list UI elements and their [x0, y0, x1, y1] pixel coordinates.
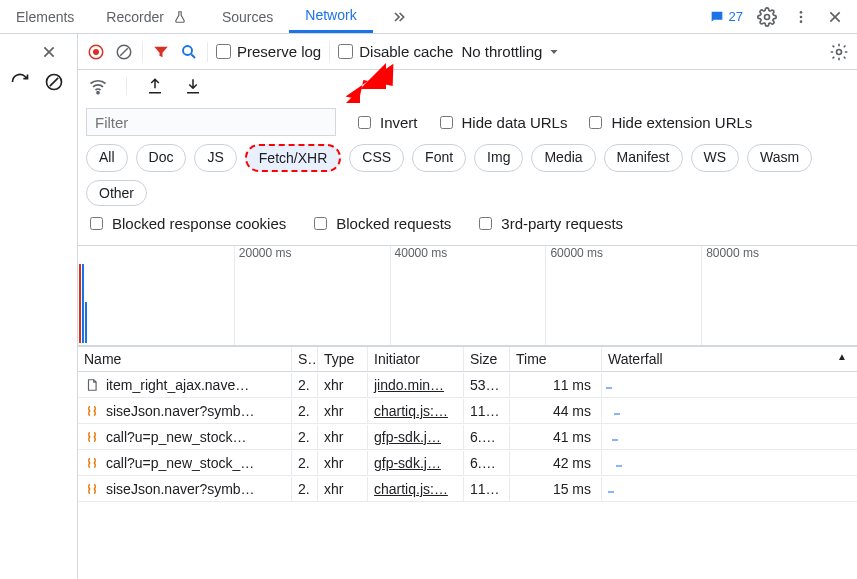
filter-icon[interactable] — [151, 42, 171, 62]
col-name[interactable]: Name — [78, 347, 292, 371]
request-waterfall — [602, 433, 857, 441]
col-initiator[interactable]: Initiator — [368, 347, 464, 371]
chevron-down-icon — [548, 46, 560, 58]
table-row[interactable]: call?u=p_new_stock_…2.xhrgfp-sdk.j…6.8…4… — [78, 450, 857, 476]
chip-media[interactable]: Media — [531, 144, 595, 172]
table-row[interactable]: call?u=p_new_stock…2.xhrgfp-sdk.j…6.5…41… — [78, 424, 857, 450]
clear-icon[interactable] — [44, 72, 64, 92]
kebab-menu-icon[interactable] — [791, 7, 811, 27]
tab-network[interactable]: Network — [289, 0, 372, 33]
filter-input[interactable] — [86, 108, 336, 136]
invert-checkbox[interactable]: Invert — [354, 113, 418, 132]
disable-cache-input[interactable] — [338, 44, 353, 59]
col-type-label: Type — [324, 351, 354, 367]
blocked-cookies-input[interactable] — [90, 217, 103, 230]
hide-data-urls-checkbox[interactable]: Hide data URLs — [436, 113, 568, 132]
request-initiator[interactable]: chartiq.js:… — [368, 477, 464, 501]
request-size: 6.5… — [464, 425, 510, 449]
col-type[interactable]: Type — [318, 347, 368, 371]
close-icon[interactable] — [825, 7, 845, 27]
requests-table: Name S. Type Initiator Size Time Waterfa… — [78, 346, 857, 579]
blocked-req-checkbox[interactable]: Blocked requests — [310, 214, 451, 233]
svg-point-8 — [183, 46, 192, 55]
request-initiator[interactable]: chartiq.js:… — [368, 399, 464, 423]
request-initiator[interactable]: jindo.min… — [368, 373, 464, 397]
hide-data-urls-label: Hide data URLs — [462, 114, 568, 131]
request-waterfall — [602, 485, 857, 493]
request-time: 11 ms — [510, 373, 602, 397]
request-name: call?u=p_new_stock… — [106, 429, 246, 445]
chip-all[interactable]: All — [86, 144, 128, 172]
upload-icon[interactable] — [145, 76, 165, 96]
col-waterfall-label: Waterfall — [608, 351, 663, 367]
chip-fetchxhr[interactable]: Fetch/XHR — [245, 144, 341, 172]
wifi-icon[interactable] — [88, 76, 108, 96]
search-icon[interactable] — [179, 42, 199, 62]
tab-label: Elements — [16, 9, 74, 25]
overview-data — [78, 262, 88, 345]
request-initiator[interactable]: gfp-sdk.j… — [368, 425, 464, 449]
col-time[interactable]: Time — [510, 347, 602, 371]
chip-font[interactable]: Font — [412, 144, 466, 172]
gear-icon[interactable] — [757, 7, 777, 27]
col-waterfall[interactable]: Waterfall▲ — [602, 347, 857, 371]
issues-badge[interactable]: 27 — [709, 9, 743, 25]
hide-ext-urls-label: Hide extension URLs — [611, 114, 752, 131]
refresh-icon[interactable] — [10, 72, 30, 92]
chip-img[interactable]: Img — [474, 144, 523, 172]
blocked-cookies-checkbox[interactable]: Blocked response cookies — [86, 214, 286, 233]
chip-other[interactable]: Other — [86, 180, 147, 206]
close-drawer-icon[interactable] — [39, 42, 59, 62]
hide-ext-urls-checkbox[interactable]: Hide extension URLs — [585, 113, 752, 132]
chip-doc[interactable]: Doc — [136, 144, 187, 172]
preserve-log-checkbox[interactable]: Preserve log — [216, 43, 321, 60]
disable-cache-checkbox[interactable]: Disable cache — [338, 43, 453, 60]
request-status: 2. — [292, 399, 318, 423]
tab-more[interactable] — [373, 0, 425, 33]
table-row[interactable]: siseJson.naver?symb…2.xhrchartiq.js:…11.… — [78, 398, 857, 424]
request-initiator[interactable]: gfp-sdk.j… — [368, 451, 464, 475]
overview-grid: 20000 ms40000 ms60000 ms80000 ms — [78, 246, 857, 345]
request-size: 11.… — [464, 399, 510, 423]
chip-ws[interactable]: WS — [691, 144, 740, 172]
col-size[interactable]: Size — [464, 347, 510, 371]
table-row[interactable]: item_right_ajax.nave…2.xhrjindo.min…53…1… — [78, 372, 857, 398]
svg-point-3 — [800, 20, 803, 23]
third-party-checkbox[interactable]: 3rd-party requests — [475, 214, 623, 233]
sort-asc-icon: ▲ — [837, 351, 851, 367]
request-type: xhr — [318, 399, 368, 423]
table-row[interactable]: siseJson.naver?symb…2.xhrchartiq.js:…11…… — [78, 476, 857, 502]
invert-label: Invert — [380, 114, 418, 131]
hide-ext-urls-input[interactable] — [589, 116, 602, 129]
preserve-log-input[interactable] — [216, 44, 231, 59]
col-status[interactable]: S. — [292, 347, 318, 371]
svg-point-2 — [800, 15, 803, 18]
chip-wasm[interactable]: Wasm — [747, 144, 812, 172]
chip-js[interactable]: JS — [194, 144, 236, 172]
request-size: 6.8… — [464, 451, 510, 475]
overview-tick: 60000 ms — [545, 246, 603, 345]
invert-input[interactable] — [358, 116, 371, 129]
tab-elements[interactable]: Elements — [0, 0, 90, 33]
network-settings-icon[interactable] — [829, 42, 849, 62]
throttling-select[interactable]: No throttling — [461, 43, 560, 60]
tabs-right-actions: 27 — [709, 7, 857, 27]
third-party-input[interactable] — [479, 217, 492, 230]
overview-tick: 80000 ms — [701, 246, 759, 345]
col-size-label: Size — [470, 351, 497, 367]
record-icon[interactable] — [86, 42, 106, 62]
download-icon[interactable] — [183, 76, 203, 96]
tab-recorder[interactable]: Recorder — [90, 0, 206, 33]
col-initiator-label: Initiator — [374, 351, 420, 367]
tab-sources[interactable]: Sources — [206, 0, 289, 33]
stop-icon[interactable] — [114, 42, 134, 62]
hide-data-urls-input[interactable] — [440, 116, 453, 129]
chip-manifest[interactable]: Manifest — [604, 144, 683, 172]
network-toolbar-2 — [78, 70, 857, 102]
chip-css[interactable]: CSS — [349, 144, 404, 172]
network-overview[interactable]: 20000 ms40000 ms60000 ms80000 ms — [78, 246, 857, 346]
request-name: call?u=p_new_stock_… — [106, 455, 254, 471]
blocked-req-input[interactable] — [314, 217, 327, 230]
network-toolbar: Preserve log Disable cache No throttling — [78, 34, 857, 70]
request-name: item_right_ajax.nave… — [106, 377, 249, 393]
